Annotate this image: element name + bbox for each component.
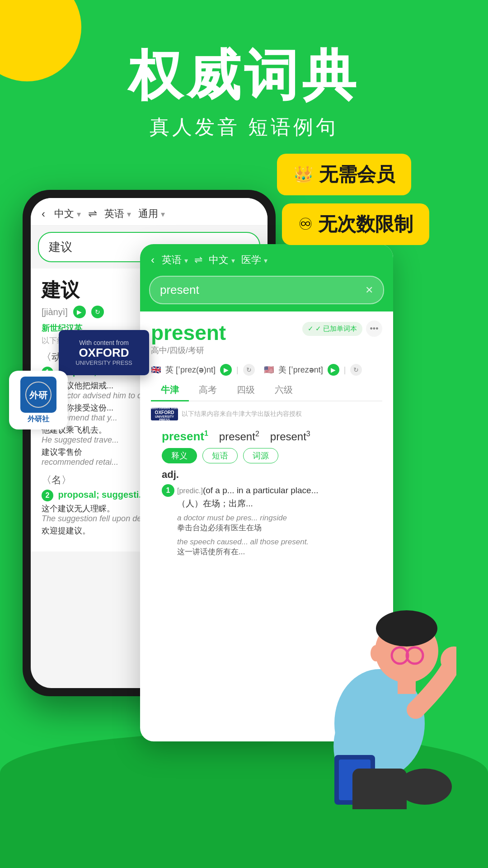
oxford-watermark: With content fromOXFORDUNIVERSITY PRESS … xyxy=(151,405,382,423)
hero-section: 权威词典 真人发音 短语例句 xyxy=(0,0,488,141)
flag-uk-icon: 🇬🇧 xyxy=(151,365,161,375)
present-title: present xyxy=(151,321,226,345)
crown-icon: 👑 xyxy=(293,165,314,184)
def-tag-yiyi[interactable]: 释义 xyxy=(162,448,197,463)
dictionary-tabs: 牛津 高考 四级 六级 xyxy=(151,379,382,401)
def-row-1: 1 [predic.](of a p... in a particular pl… xyxy=(162,484,371,510)
card-nav-lang-to[interactable]: 中文 ▾ xyxy=(209,253,235,267)
variant-2[interactable]: present2 xyxy=(219,430,259,443)
card-nav: ‹ 英语 ▾ ⇌ 中文 ▾ 医学 ▾ xyxy=(140,244,393,276)
chevron-down-icon-5: ▾ xyxy=(231,257,235,264)
play-phonetic-2-button[interactable]: ↻ xyxy=(91,306,104,318)
svg-rect-9 xyxy=(398,680,416,694)
infinity-icon: ♾ xyxy=(298,215,313,234)
svg-point-4 xyxy=(376,610,437,646)
def-text-1-zh: （人）在场；出席... xyxy=(177,497,319,510)
def-text-1: [predic.](of a p... in a particular plac… xyxy=(177,484,319,497)
play-us-slow-button[interactable]: ↻ xyxy=(350,364,362,376)
present-levels: 高中/四级/考研 xyxy=(151,345,226,356)
nav-lang-to[interactable]: 英语 ▾ xyxy=(104,207,131,221)
word-def-section: 释义 短语 词源 adj. 1 [predic.](of a p... in a… xyxy=(151,448,382,557)
def-num-1: 1 xyxy=(162,484,174,497)
badge-no-member: 👑 无需会员 xyxy=(277,154,411,195)
play-phonetic-button[interactable]: ▶ xyxy=(73,306,86,318)
tab-cet4[interactable]: 四级 xyxy=(227,379,265,401)
card-nav-lang-from[interactable]: 英语 ▾ xyxy=(162,253,188,267)
def-example-en-2: the speech caused... all those present. xyxy=(162,538,371,547)
oxford-text: OXFORD xyxy=(72,346,136,359)
oxford-up-text: UNIVERSITY PRESS xyxy=(72,359,136,366)
added-to-vocab-badge: ✓ ✓ 已加单词本 xyxy=(302,322,362,336)
def-example-en-1: a doctor must be pres... ringside xyxy=(162,514,371,523)
swap-languages-button[interactable]: ⇌ xyxy=(88,208,97,220)
def-tag-duanyu[interactable]: 短语 xyxy=(202,448,238,463)
pos-adj: adj. xyxy=(162,469,371,481)
oxford-source-note: 以下结果内容来自牛津大学出版社内容授权 xyxy=(182,410,302,418)
play-uk-slow-button[interactable]: ↻ xyxy=(243,364,255,376)
nav-mode[interactable]: 通用 ▾ xyxy=(138,207,165,221)
def-tag-ciyuan[interactable]: 词源 xyxy=(243,448,278,463)
def-example-zh-1: 拳击台边必须有医生在场 xyxy=(162,523,371,533)
def-tags-row: 释义 短语 词源 xyxy=(162,448,371,463)
waiyan-logo-icon: 外研 xyxy=(25,381,52,408)
play-uk-button[interactable]: ▶ xyxy=(220,364,232,376)
chevron-down-icon-4: ▾ xyxy=(184,257,188,264)
oxford-with-content: With content from xyxy=(72,339,136,346)
card-search-input[interactable]: present ✕ xyxy=(149,276,384,304)
checkmark-icon: ✓ xyxy=(308,325,314,333)
mockup-area: 👑 无需会员 ♾ 无次数限制 ‹ 中文 ▾ ⇌ xyxy=(23,154,465,832)
phonetics-row: 🇬🇧 英 [ˈprez(ə)nt] ▶ | ↻ 🇺🇸 美 [ˈprezənt] … xyxy=(151,364,382,376)
waiyan-badge: 外研 外研社 xyxy=(9,371,68,429)
more-options-button[interactable]: ••• xyxy=(366,321,382,337)
card-back-button[interactable]: ‹ xyxy=(151,254,155,266)
card-nav-tabs: 英语 ▾ ⇌ 中文 ▾ 医学 ▾ xyxy=(162,253,267,267)
variant-3[interactable]: present3 xyxy=(270,430,310,443)
waiyan-badge-text: 外研社 xyxy=(28,415,49,424)
card-swap-button[interactable]: ⇌ xyxy=(194,254,202,266)
play-us-button[interactable]: ▶ xyxy=(328,364,339,376)
chevron-down-icon-3: ▾ xyxy=(161,210,165,219)
variant-1[interactable]: present1 xyxy=(162,429,208,443)
tab-cet6[interactable]: 六级 xyxy=(265,379,303,401)
svg-text:外研: 外研 xyxy=(29,390,47,400)
def-example-zh-2: 这一讲话使所有在... xyxy=(162,547,371,557)
word-present-section: present 高中/四级/考研 ✓ ✓ 已加单词本 ••• 🇬🇧 英 [ˈpr… xyxy=(140,311,393,566)
present-variants: present1 present2 present3 xyxy=(151,425,382,448)
def-number-2: 2 xyxy=(42,490,53,501)
phone-nav: ‹ 中文 ▾ ⇌ 英语 ▾ 通用 ▾ xyxy=(31,198,267,226)
chevron-down-icon: ▾ xyxy=(77,210,81,219)
illustration-figure xyxy=(303,592,474,818)
main-title: 权威词典 xyxy=(0,45,488,105)
flag-us-icon: 🇺🇸 xyxy=(264,365,274,375)
def-en-2: proposal; suggesti... xyxy=(58,490,146,500)
card-search-area: present ✕ xyxy=(140,276,393,311)
person-svg xyxy=(303,592,456,809)
svg-point-8 xyxy=(371,645,381,661)
clear-search-button[interactable]: ✕ xyxy=(365,284,373,296)
tab-oxford[interactable]: 牛津 xyxy=(151,379,189,401)
nav-lang-from[interactable]: 中文 ▾ xyxy=(54,207,81,221)
svg-point-15 xyxy=(398,769,452,805)
badge-unlimited-label: 无次数限制 xyxy=(318,212,413,237)
card-nav-mode[interactable]: 医学 ▾ xyxy=(241,253,267,267)
nav-tabs: 中文 ▾ ⇌ 英语 ▾ 通用 ▾ xyxy=(54,207,165,221)
oxford-badge: With content from OXFORD UNIVERSITY PRES… xyxy=(59,330,149,375)
chevron-down-icon-2: ▾ xyxy=(127,210,131,219)
tab-gaokao[interactable]: 高考 xyxy=(189,379,227,401)
back-button[interactable]: ‹ xyxy=(42,208,45,220)
oxford-small-logo-icon: With content fromOXFORDUNIVERSITY PRESS xyxy=(151,408,178,420)
badge-no-member-label: 无需会员 xyxy=(319,162,395,187)
badge-unlimited: ♾ 无次数限制 xyxy=(282,203,429,245)
chevron-down-icon-6: ▾ xyxy=(264,257,267,264)
subtitle: 真人发音 短语例句 xyxy=(0,114,488,141)
